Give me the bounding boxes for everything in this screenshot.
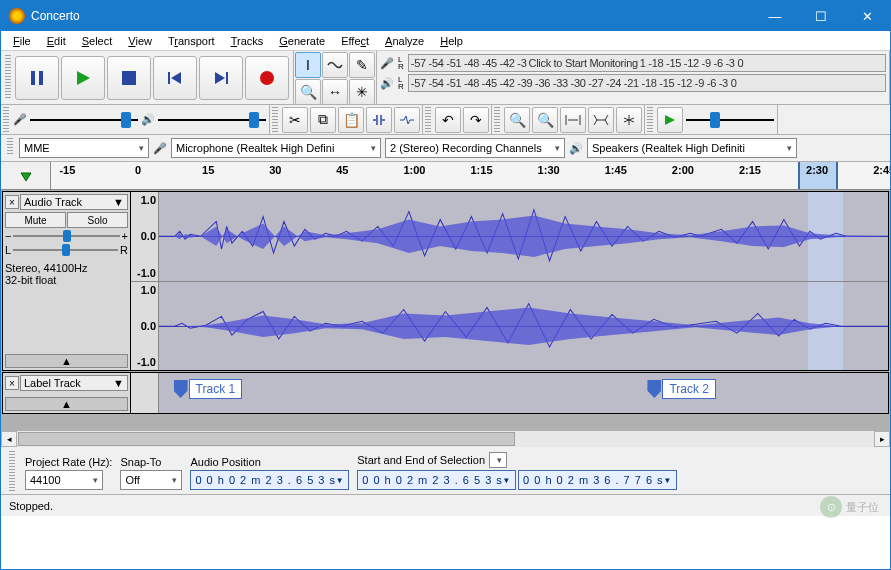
record-device-combo[interactable]: Microphone (Realtek High Defini▾ <box>171 138 381 158</box>
audio-track: × Audio Track▼ Mute Solo −+ LR Stereo, 4… <box>2 191 889 371</box>
fit-selection-button[interactable] <box>560 107 586 133</box>
pause-button[interactable] <box>15 56 59 100</box>
undo-button[interactable]: ↶ <box>435 107 461 133</box>
silence-button[interactable] <box>394 107 420 133</box>
snap-to-combo[interactable]: Off▾ <box>120 470 182 490</box>
scroll-right-button[interactable]: ▸ <box>874 431 890 447</box>
speaker-icon: 🔊 <box>380 77 394 90</box>
menu-select[interactable]: Select <box>74 33 121 49</box>
selection-mode-combo[interactable]: ▾ <box>489 452 507 468</box>
mute-button[interactable]: Mute <box>5 212 66 228</box>
label-handle-icon[interactable] <box>647 380 661 398</box>
selection-start-field[interactable]: 0 0 h 0 2 m 2 3 . 6 5 3 s▾ <box>357 470 516 490</box>
project-rate-combo[interactable]: 44100▾ <box>25 470 103 490</box>
cut-button[interactable]: ✂ <box>282 107 308 133</box>
track-control-panel: × Audio Track▼ Mute Solo −+ LR Stereo, 4… <box>3 192 131 370</box>
menu-edit[interactable]: Edit <box>39 33 74 49</box>
fit-project-button[interactable] <box>588 107 614 133</box>
play-at-speed-button[interactable] <box>657 107 683 133</box>
close-button[interactable]: ✕ <box>844 1 890 31</box>
track-collapse-button[interactable]: ▲ <box>5 354 128 368</box>
trim-button[interactable] <box>366 107 392 133</box>
track-menu[interactable]: Audio Track▼ <box>20 194 128 210</box>
menu-view[interactable]: View <box>120 33 160 49</box>
record-meter[interactable]: -57 -54 -51 -48 -45 -42 -3 Click to Star… <box>408 54 886 72</box>
multi-tool[interactable]: ✳ <box>349 79 375 105</box>
meter-lr-label: LR <box>398 76 404 90</box>
label-marker[interactable]: Track 2 <box>647 379 716 399</box>
mic-icon: 🎤 <box>153 142 167 155</box>
gain-slider[interactable]: −+ <box>5 230 128 242</box>
menu-transport[interactable]: Transport <box>160 33 223 49</box>
paste-button[interactable]: 📋 <box>338 107 364 133</box>
app-logo-icon <box>9 8 25 24</box>
svg-rect-0 <box>31 71 35 85</box>
speaker-icon: 🔊 <box>569 142 583 155</box>
svg-rect-3 <box>122 71 136 85</box>
menu-generate[interactable]: Generate <box>271 33 333 49</box>
maximize-button[interactable]: ☐ <box>798 1 844 31</box>
playback-volume-slider[interactable] <box>157 112 267 128</box>
playback-device-combo[interactable]: Speakers (Realtek High Definiti▾ <box>587 138 797 158</box>
selection-toolbar: Project Rate (Hz): 44100▾ Snap-To Off▾ A… <box>1 446 890 494</box>
label-handle-icon[interactable] <box>174 380 188 398</box>
timeshift-tool[interactable]: ↔ <box>322 79 348 105</box>
vertical-scale[interactable]: 1.00.0-1.0 <box>131 192 159 281</box>
audio-host-combo[interactable]: MME▾ <box>19 138 149 158</box>
redo-button[interactable]: ↷ <box>463 107 489 133</box>
draw-tool[interactable]: ✎ <box>349 52 375 78</box>
mic-icon: 🎤 <box>380 57 394 70</box>
pan-slider[interactable]: LR <box>5 244 128 256</box>
waveform-left[interactable] <box>159 192 888 281</box>
svg-rect-7 <box>226 72 228 84</box>
skip-start-button[interactable] <box>153 56 197 100</box>
selection-end-field[interactable]: 0 0 h 0 2 m 3 6 . 7 7 6 s▾ <box>518 470 677 490</box>
watermark: ⊙量子位 <box>820 496 879 518</box>
record-button[interactable] <box>245 56 289 100</box>
record-channels-combo[interactable]: 2 (Stereo) Recording Channels▾ <box>385 138 565 158</box>
menu-analyze[interactable]: Analyze <box>377 33 432 49</box>
label-pane[interactable]: Track 1 Track 2 <box>159 373 888 413</box>
menu-effect[interactable]: Effect <box>333 33 377 49</box>
copy-button[interactable]: ⧉ <box>310 107 336 133</box>
snap-to-label: Snap-To <box>120 456 182 468</box>
pin-button[interactable] <box>1 162 51 189</box>
menu-help[interactable]: Help <box>432 33 471 49</box>
stop-button[interactable] <box>107 56 151 100</box>
menu-tracks[interactable]: Tracks <box>223 33 272 49</box>
timeline[interactable]: -15 0 15 30 45 1:00 1:15 1:30 1:45 2:00 … <box>1 162 890 190</box>
horizontal-scrollbar[interactable]: ◂ ▸ <box>1 430 890 446</box>
envelope-tool[interactable] <box>322 52 348 78</box>
skip-end-button[interactable] <box>199 56 243 100</box>
selection-tool[interactable]: I <box>295 52 321 78</box>
track-close-button[interactable]: × <box>5 195 19 209</box>
label-marker[interactable]: Track 1 <box>174 379 243 399</box>
track-collapse-button[interactable]: ▲ <box>5 397 128 411</box>
window-title: Concerto <box>31 9 752 23</box>
waveform-right[interactable] <box>159 282 888 371</box>
status-bar: Stopped. <box>1 494 890 516</box>
svg-marker-5 <box>171 72 181 84</box>
vertical-scale[interactable]: 1.00.0-1.0 <box>131 282 159 371</box>
svg-rect-4 <box>168 72 170 84</box>
play-button[interactable] <box>61 56 105 100</box>
menu-file[interactable]: File <box>5 33 39 49</box>
zoom-out-button[interactable]: 🔍 <box>532 107 558 133</box>
record-volume-slider[interactable] <box>29 112 139 128</box>
solo-button[interactable]: Solo <box>67 212 128 228</box>
play-speed-slider[interactable] <box>685 112 775 128</box>
track-control-panel: × Label Track▼ ▲ <box>3 373 131 413</box>
time-ruler[interactable]: -15 0 15 30 45 1:00 1:15 1:30 1:45 2:00 … <box>51 162 890 189</box>
audio-position-field[interactable]: 0 0 h 0 2 m 2 3 . 6 5 3 s▾ <box>190 470 349 490</box>
window-titlebar: Concerto — ☐ ✕ <box>1 1 890 31</box>
zoom-toggle-button[interactable] <box>616 107 642 133</box>
track-close-button[interactable]: × <box>5 376 19 390</box>
playback-meter[interactable]: -57 -54 -51 -48 -45 -42 -39 -36 -33 -30 … <box>408 74 886 92</box>
zoom-in-button[interactable]: 🔍 <box>504 107 530 133</box>
zoom-tool[interactable]: 🔍 <box>295 79 321 105</box>
device-toolbar: MME▾ 🎤 Microphone (Realtek High Defini▾ … <box>1 135 890 162</box>
minimize-button[interactable]: — <box>752 1 798 31</box>
project-rate-label: Project Rate (Hz): <box>25 456 112 468</box>
track-menu[interactable]: Label Track▼ <box>20 375 128 391</box>
scroll-left-button[interactable]: ◂ <box>1 431 17 447</box>
